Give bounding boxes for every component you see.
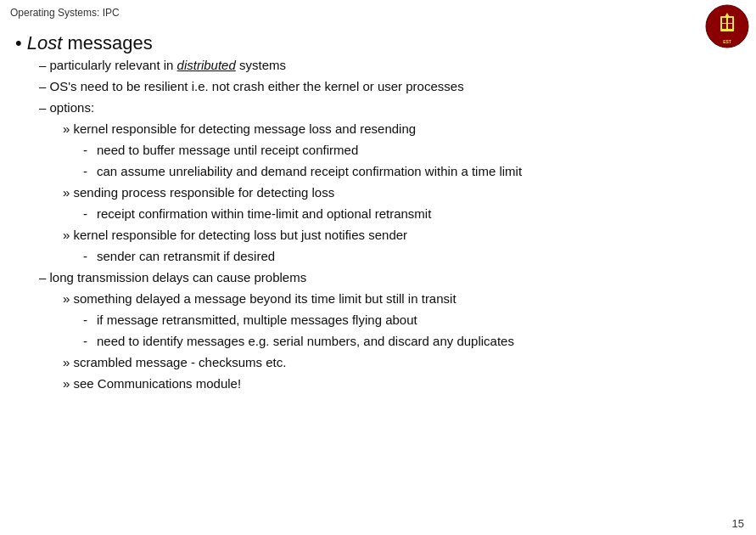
- dash-assume: - can assume unreliability and demand re…: [83, 161, 697, 182]
- slide-content: • Lost messages – particularly relevant …: [15, 32, 697, 515]
- dash-multiple: - if message retransmitted, multiple mes…: [83, 310, 697, 330]
- dash-buffer: - need to buffer message until receipt c…: [83, 140, 697, 160]
- header-title: Operating Systems: IPC: [10, 7, 120, 19]
- dash-retransmit: - sender can retransmit if desired: [83, 246, 697, 267]
- dash-assume-text: can assume unreliability and demand rece…: [97, 161, 522, 182]
- dash-symbol-5: -: [83, 310, 93, 330]
- arrow-delayed: » something delayed a message beyond its…: [63, 289, 697, 309]
- dash-identify: - need to identify messages e.g. serial …: [83, 331, 697, 352]
- dash-symbol-6: -: [83, 331, 93, 352]
- dash-retransmit-text: sender can retransmit if desired: [97, 246, 275, 267]
- svg-rect-4: [728, 18, 732, 23]
- line-long-trans: – long transmission delays can cause pro…: [39, 268, 697, 288]
- distributed-word: distributed: [177, 58, 236, 72]
- arrow-kernel-1: » kernel responsible for detecting messa…: [63, 119, 697, 139]
- arrow-see-comms: » see Communications module!: [63, 374, 697, 394]
- line-os-need: – OS's need to be resilient i.e. not cra…: [39, 76, 697, 97]
- svg-rect-6: [728, 24, 732, 29]
- line-relevant: – particularly relevant in distributed s…: [39, 55, 697, 76]
- page-number: 15: [732, 517, 744, 530]
- dash-symbol: -: [83, 140, 93, 160]
- main-bullet-text: Lost messages: [27, 32, 153, 54]
- svg-rect-5: [722, 24, 726, 29]
- dash-buffer-text: need to buffer message until receipt con…: [97, 140, 358, 160]
- messages-text: messages: [62, 32, 152, 54]
- svg-text:EST: EST: [723, 39, 731, 44]
- main-bullet: • Lost messages: [15, 32, 697, 54]
- svg-rect-3: [722, 18, 726, 23]
- dash-multiple-text: if message retransmitted, multiple messa…: [97, 310, 417, 330]
- dash-identify-text: need to identify messages e.g. serial nu…: [97, 331, 514, 352]
- bullet-symbol: •: [15, 32, 22, 54]
- dash-symbol-2: -: [83, 161, 93, 182]
- line-options: – options:: [39, 98, 697, 118]
- dash-receipt-text: receipt confirmation within time-limit a…: [97, 204, 431, 224]
- dash-symbol-4: -: [83, 246, 93, 267]
- dash-receipt: - receipt confirmation within time-limit…: [83, 204, 697, 224]
- slide-header: Operating Systems: IPC: [10, 7, 120, 19]
- arrow-kernel-2: » kernel responsible for detecting loss …: [63, 225, 697, 245]
- dash-symbol-3: -: [83, 204, 93, 224]
- arrow-sending: » sending process responsible for detect…: [63, 183, 697, 203]
- arrow-scrambled: » scrambled message - checksums etc.: [63, 352, 697, 373]
- svg-rect-8: [724, 31, 731, 34]
- university-logo: EST: [705, 4, 749, 48]
- lost-word: Lost: [27, 32, 63, 54]
